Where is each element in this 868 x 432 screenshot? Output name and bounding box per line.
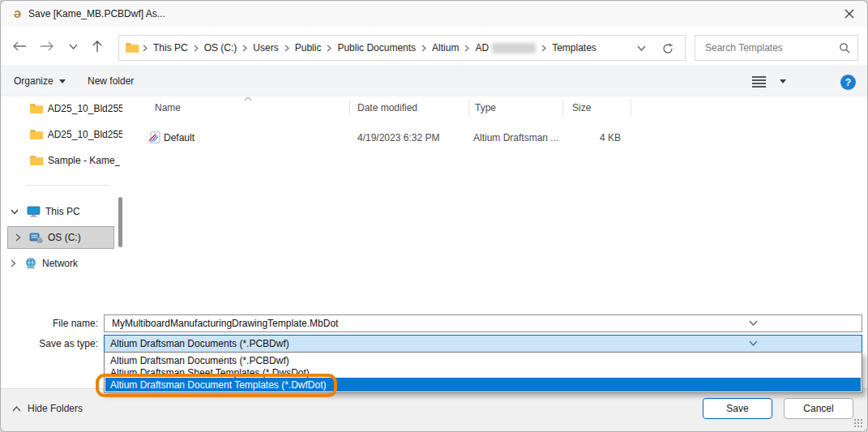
breadcrumb-separator-icon: [284, 45, 289, 52]
sidebar-item-network[interactable]: Network: [1, 252, 122, 275]
column-header-name[interactable]: Name: [155, 99, 181, 117]
save-as-type-chevron-icon[interactable]: [749, 340, 758, 346]
column-separator[interactable]: [562, 100, 563, 116]
save-as-type-label: Save as type:: [1, 338, 98, 349]
draftsman-file-icon: [148, 131, 160, 143]
dialog-window: ə Save [Kame_MB.PCBDwf] As... This PC: [0, 0, 868, 432]
this-pc-icon: [27, 206, 41, 217]
folder-label: Sample - Kame_: [48, 155, 120, 166]
breadcrumb-separator-icon: [242, 45, 247, 52]
sidebar-divider: [25, 185, 109, 186]
sidebar-item-folder-2[interactable]: AD25_10_Bld255: [1, 123, 122, 146]
os-c-label: OS (C:): [48, 232, 81, 243]
network-label: Network: [42, 258, 78, 269]
column-header-type[interactable]: Type: [475, 99, 496, 117]
chevron-expanded-icon[interactable]: [11, 209, 19, 215]
column-header-size[interactable]: Size: [572, 99, 591, 117]
up-icon[interactable]: [88, 38, 106, 54]
file-date-cell: 4/19/2023 6:32 PM: [357, 132, 439, 143]
dropdown-option-dwfdot-selected[interactable]: Altium Draftsman Document Templates (*.D…: [105, 378, 861, 391]
breadcrumb-item-this-pc[interactable]: This PC: [151, 42, 190, 53]
search-box: [695, 35, 858, 61]
hide-folders-label: Hide Folders: [28, 403, 83, 414]
folder-icon: [30, 155, 44, 166]
new-folder-label: New folder: [88, 75, 134, 87]
sort-ascending-icon: [244, 96, 252, 101]
sidebar-item-folder-3[interactable]: Sample - Kame_: [1, 149, 122, 172]
file-name-chevron-icon[interactable]: [749, 320, 758, 326]
back-icon[interactable]: [11, 38, 28, 54]
breadcrumb-item-ad-label: AD: [475, 42, 489, 53]
breadcrumb: This PC OS (C:) Users Public Public Docu…: [118, 35, 686, 61]
chevron-up-icon: [12, 406, 21, 412]
breadcrumb-separator-icon: [421, 45, 426, 52]
breadcrumb-item-templates[interactable]: Templates: [549, 42, 599, 53]
title-bar: ə Save [Kame_MB.PCBDwf] As...: [1, 1, 867, 27]
breadcrumb-item-public-documents[interactable]: Public Documents: [335, 42, 418, 53]
dropdown-option-pcbdwf[interactable]: Altium Draftsman Documents (*.PCBDwf): [105, 354, 861, 366]
caret-down-icon: [59, 79, 66, 83]
resize-grip[interactable]: [853, 418, 863, 428]
altium-draftsman-app-icon: ə: [11, 6, 24, 21]
sidebar-scrollbar-thumb[interactable]: [118, 197, 122, 247]
cancel-button[interactable]: Cancel: [784, 398, 853, 419]
column-header-date-modified[interactable]: Date modified: [357, 99, 417, 117]
column-separator[interactable]: [349, 100, 350, 116]
file-name-label: File name:: [1, 318, 98, 329]
save-as-type-dropdown: Altium Draftsman Documents (*.PCBDwf) Al…: [104, 352, 862, 393]
save-button-label: Save: [726, 403, 748, 414]
chevron-collapsed-icon[interactable]: [15, 233, 21, 242]
view-mode-icon[interactable]: [752, 66, 766, 96]
breadcrumb-item-os-c[interactable]: OS (C:): [202, 42, 240, 53]
file-name-input[interactable]: [110, 317, 823, 330]
column-separator[interactable]: [468, 100, 469, 116]
caret-down-icon: [780, 79, 786, 83]
breadcrumb-item-public[interactable]: Public: [293, 42, 324, 53]
column-separator[interactable]: [631, 100, 631, 116]
organize-button[interactable]: Organize: [14, 66, 66, 96]
footer-bar: Hide Folders Save Cancel: [1, 388, 867, 431]
cancel-button-label: Cancel: [803, 403, 833, 414]
save-button[interactable]: Save: [703, 398, 772, 419]
network-icon: [24, 258, 37, 269]
recent-locations-chevron-icon[interactable]: [66, 38, 80, 54]
dialog-title: Save [Kame_MB.PCBDwf] As...: [28, 8, 165, 19]
redacted-text-blur: [492, 43, 536, 53]
chevron-collapsed-icon[interactable]: [11, 259, 16, 267]
folder-label: AD25_10_Bld255: [48, 103, 122, 114]
save-as-type-value: Altium Draftsman Documents (*.PCBDwf): [110, 338, 289, 349]
help-button[interactable]: ?: [840, 75, 856, 90]
browser-content: AD25_10_Bld255 AD25_10_Bld255 Sample - K…: [1, 96, 867, 311]
folder-icon: [30, 103, 44, 114]
sidebar-item-this-pc[interactable]: This PC: [1, 200, 122, 223]
this-pc-label: This PC: [45, 206, 80, 217]
sidebar-item-os-c[interactable]: OS (C:): [1, 226, 122, 249]
search-input[interactable]: [703, 36, 833, 60]
drive-icon: [29, 233, 43, 243]
breadcrumb-separator-icon: [541, 45, 546, 52]
save-as-dialog: ə Save [Kame_MB.PCBDwf] As... This PC: [0, 0, 868, 432]
organize-label: Organize: [14, 75, 53, 87]
address-dropdown-chevron-icon[interactable]: [637, 45, 646, 51]
hide-folders-button[interactable]: Hide Folders: [12, 403, 83, 414]
folder-label: AD25_10_Bld255: [48, 129, 122, 140]
breadcrumb-separator-icon: [194, 45, 199, 52]
new-folder-button[interactable]: New folder: [88, 66, 134, 96]
navigation-bar: This PC OS (C:) Users Public Public Docu…: [1, 27, 867, 65]
breadcrumb-item-ad-version[interactable]: AD: [472, 42, 538, 53]
breadcrumb-item-users[interactable]: Users: [250, 42, 280, 53]
close-icon[interactable]: [840, 5, 859, 23]
help-glyph: ?: [845, 77, 851, 88]
folder-icon: [126, 42, 139, 53]
forward-icon[interactable]: [38, 38, 56, 54]
refresh-icon[interactable]: [662, 43, 673, 54]
breadcrumb-separator-icon: [464, 45, 469, 52]
folder-icon: [30, 129, 44, 140]
file-name-cell[interactable]: Default: [164, 132, 195, 143]
search-icon[interactable]: [839, 42, 850, 53]
sidebar-item-folder-1[interactable]: AD25_10_Bld255: [1, 97, 122, 120]
dropdown-option-dwsdot[interactable]: Altium Draftsman Sheet Templates (*.DwsD…: [105, 366, 861, 379]
view-mode-chevron-icon[interactable]: [780, 66, 786, 96]
breadcrumb-item-altium[interactable]: Altium: [430, 42, 461, 53]
file-type-cell: Altium Draftsman ...: [473, 132, 558, 143]
